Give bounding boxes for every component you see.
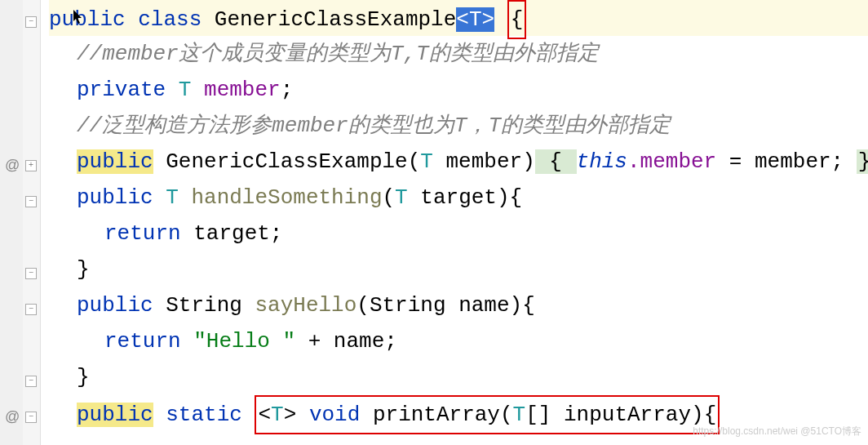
fold-toggle-icon[interactable]: − — [25, 304, 37, 315]
code-line[interactable]: public String sayHello(String name){ — [49, 287, 868, 323]
comment: //member这个成员变量的类型为T,T的类型由外部指定 — [77, 42, 599, 66]
code-line[interactable]: public T handleSomething(T target){ — [49, 180, 868, 216]
code-line[interactable]: //泛型构造方法形参member的类型也为T，T的类型由外部指定 — [49, 108, 868, 144]
keyword-static: static — [166, 403, 242, 427]
method-name: printArray — [360, 403, 500, 427]
watermark: https://blog.csdn.net/wei @51CTO博客 — [693, 425, 861, 438]
keyword-void: void — [309, 403, 360, 427]
selection-highlight: <T> — [456, 7, 494, 32]
class-name: GenericClassExample — [215, 7, 456, 32]
method-name: sayHello — [255, 293, 356, 318]
keyword-public: public — [77, 403, 153, 427]
keyword-private: private — [77, 78, 166, 102]
fold-toggle-icon[interactable]: − — [25, 16, 37, 28]
return-type: String — [166, 293, 242, 318]
fold-toggle-icon[interactable]: − — [25, 196, 37, 207]
fold-toggle-icon[interactable]: − — [25, 376, 37, 387]
code-line[interactable]: public GenericClassExample(T member) { t… — [49, 144, 868, 180]
code-line[interactable]: return target; — [49, 216, 868, 251]
keyword-return: return — [104, 329, 181, 354]
gutter-icons-column: @ @ — [0, 0, 23, 445]
code-line[interactable]: public class GenericClassExample<T> { — [49, 0, 868, 36]
keyword-public: public — [77, 149, 153, 174]
type-param: T — [513, 403, 526, 427]
comment: //泛型构造方法形参member的类型也为T，T的类型由外部指定 — [77, 113, 671, 138]
keyword-public: public — [49, 7, 126, 32]
fold-column: − + − − − − − — [23, 0, 41, 445]
keyword-return: return — [104, 221, 181, 246]
cursor-arrow-icon — [73, 10, 83, 24]
code-line[interactable]: //member这个成员变量的类型为T,T的类型由外部指定 — [49, 36, 868, 72]
highlight-box: <T> void printArray(T[] inputArray){ — [255, 395, 720, 434]
code-line[interactable]: } — [49, 359, 868, 395]
keyword-public: public — [77, 185, 153, 210]
string-literal: "Hello " — [181, 329, 295, 354]
fold-toggle-icon[interactable]: − — [25, 268, 37, 279]
keyword-public: public — [77, 293, 153, 318]
type-param: T — [271, 403, 284, 427]
code-line[interactable]: } — [49, 251, 868, 287]
override-icon[interactable]: @ — [3, 157, 21, 175]
highlight-box: { — [507, 0, 527, 39]
type-param: T — [166, 185, 179, 210]
keyword-class: class — [138, 7, 202, 32]
code-line[interactable]: private T member; — [49, 72, 868, 108]
type-param: T — [395, 185, 408, 210]
code-area[interactable]: public class GenericClassExample<T> { //… — [41, 0, 868, 445]
method-name: handleSomething — [191, 185, 382, 210]
field-name: member — [204, 78, 281, 102]
type-param: T — [420, 149, 433, 174]
override-icon[interactable]: @ — [3, 408, 21, 426]
code-line[interactable]: return "Hello " + name; — [49, 323, 868, 359]
type-param: T — [179, 78, 192, 102]
code-editor[interactable]: @ @ − + − − − − − public class GenericCl… — [0, 0, 868, 445]
fold-toggle-icon[interactable]: − — [25, 412, 37, 423]
constructor-name: GenericClassExample — [166, 149, 407, 174]
keyword-this: this — [577, 149, 627, 174]
fold-toggle-icon[interactable]: + — [25, 160, 37, 171]
